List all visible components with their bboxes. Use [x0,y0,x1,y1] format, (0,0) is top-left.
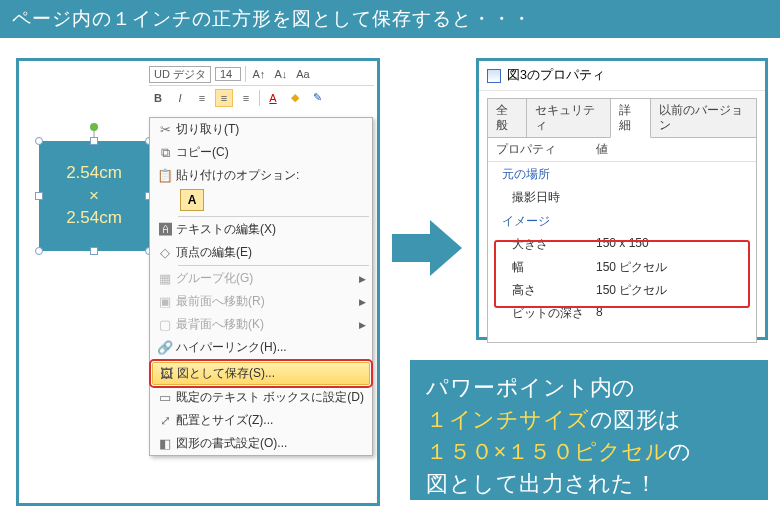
conclusion-box: パワーポイント内の １インチサイズの図形は １５０×１５０ピクセルの 図として出… [410,360,768,500]
menu-hyperlink-label: ハイパーリンク(H)... [176,339,287,356]
label-bitdepth: ビットの深さ [496,305,596,322]
value-height: 150 ピクセル [596,282,667,299]
menu-size-position-label: 配置とサイズ(Z)... [176,412,273,429]
square-dim-w: 2.54cm [66,163,122,182]
col-property: プロパティ [496,142,596,157]
tab-general[interactable]: 全般 [487,98,527,138]
mini-toolbar: UD デジタ 14 A↑ A↓ Aa B I ≡ ≡ ≡ A ◆ ✎ [149,63,374,109]
paste-option-keep-text[interactable]: A [180,189,204,211]
size-icon: ⤢ [154,413,176,429]
font-size-select[interactable]: 14 [215,67,241,81]
concl-line1: パワーポイント内の [426,375,636,400]
scissors-icon: ✂ [154,122,176,138]
edit-text-icon: 🅰 [154,222,176,238]
copy-icon: ⧉ [154,145,176,161]
tab-details[interactable]: 詳細 [610,98,650,138]
align-left-icon[interactable]: ≡ [193,89,211,107]
hyperlink-icon: 🔗 [154,340,176,356]
menu-bring-front-label: 最前面へ移動(R) [176,293,265,310]
value-width: 150 ピクセル [596,259,667,276]
bold-icon[interactable]: B [149,89,167,107]
group-icon: ▦ [154,271,176,287]
menu-paste-options-label: 📋 貼り付けのオプション: [150,164,372,187]
resize-handle[interactable] [35,192,43,200]
label-height: 高さ [496,282,596,299]
menu-hyperlink[interactable]: 🔗 ハイパーリンク(H)... [150,336,372,359]
group-origin: 元の場所 [488,162,756,186]
menu-size-position[interactable]: ⤢ 配置とサイズ(Z)... [150,409,372,432]
menu-group: ▦ グループ化(G) ▶ [150,267,372,290]
dialog-titlebar: 図3のプロパティ [479,61,765,91]
col-value: 値 [596,142,608,157]
outline-color-icon[interactable]: ✎ [308,89,326,107]
details-tab-body: プロパティ 値 元の場所 撮影日時 イメージ 大きさ 150 x 150 幅 1… [487,137,757,343]
font-color-icon[interactable]: A [264,89,282,107]
square-dim-h: 2.54cm [66,208,122,227]
dialog-title-text: 図3のプロパティ [507,67,605,84]
menu-edit-points-label: 頂点の編集(E) [176,244,252,261]
align-center-icon[interactable]: ≡ [215,89,233,107]
svg-marker-0 [392,220,462,276]
arrow-icon [392,220,462,276]
menu-edit-text[interactable]: 🅰 テキストの編集(X) [150,218,372,241]
one-inch-square[interactable]: 2.54cm × 2.54cm [39,141,149,251]
menu-group-label: グループ化(G) [176,270,253,287]
row-bitdepth: ビットの深さ 8 [488,302,756,325]
clipboard-icon: 📋 [154,168,176,184]
resize-handle[interactable] [35,137,43,145]
concl-line3b: の [668,439,692,464]
change-case-icon[interactable]: Aa [294,65,312,83]
menu-copy-label: コピー(C) [176,144,229,161]
menu-format-shape-label: 図形の書式設定(O)... [176,435,287,452]
align-right-icon[interactable]: ≡ [237,89,255,107]
font-name-select[interactable]: UD デジタ [149,66,211,83]
bring-front-icon: ▣ [154,294,176,310]
shrink-font-icon[interactable]: A↓ [272,65,290,83]
shape-selection[interactable]: 2.54cm × 2.54cm [39,141,149,251]
menu-send-back: ▢ 最背面へ移動(K) ▶ [150,313,372,336]
resize-handle[interactable] [35,247,43,255]
tab-previous-versions[interactable]: 以前のバージョン [650,98,757,138]
italic-icon[interactable]: I [171,89,189,107]
properties-dialog: 図3のプロパティ 全般 セキュリティ 詳細 以前のバージョン プロパティ 値 元… [476,58,768,340]
save-picture-icon: 🖼 [155,366,177,382]
resize-handle[interactable] [90,137,98,145]
grow-font-icon[interactable]: A↑ [250,65,268,83]
chevron-right-icon: ▶ [359,297,366,307]
menu-edit-points[interactable]: ◇ 頂点の編集(E) [150,241,372,264]
context-menu: ✂ 切り取り(T) ⧉ コピー(C) 📋 貼り付けのオプション: A 🅰 テキス… [149,117,373,456]
row-dimensions: 大きさ 150 x 150 [488,233,756,256]
page-title: ページ内の１インチの正方形を図として保存すると・・・ [0,0,780,38]
chevron-right-icon: ▶ [359,320,366,330]
menu-copy[interactable]: ⧉ コピー(C) [150,141,372,164]
menu-save-as-picture[interactable]: 🖼 図として保存(S)... [152,362,370,385]
paste-label: 貼り付けのオプション: [176,167,299,184]
fill-color-icon[interactable]: ◆ [286,89,304,107]
square-times: × [89,186,99,205]
concl-line2b: の図形は [590,407,682,432]
resize-handle[interactable] [90,247,98,255]
row-shot-date: 撮影日時 [488,186,756,209]
powerpoint-panel: UD デジタ 14 A↑ A↓ Aa B I ≡ ≡ ≡ A ◆ ✎ 2.54c… [16,58,380,506]
send-back-icon: ▢ [154,317,176,333]
label-width: 幅 [496,259,596,276]
group-image: イメージ [488,209,756,233]
menu-default-textbox-label: 既定のテキスト ボックスに設定(D) [176,389,364,406]
concl-pixels: １５０×１５０ピクセル [426,439,668,464]
menu-edit-text-label: テキストの編集(X) [176,221,276,238]
value-bitdepth: 8 [596,305,603,322]
menu-cut-label: 切り取り(T) [176,121,239,138]
tab-security[interactable]: セキュリティ [526,98,611,138]
menu-save-as-picture-label: 図として保存(S)... [177,365,275,382]
row-width: 幅 150 ピクセル [488,256,756,279]
menu-cut[interactable]: ✂ 切り取り(T) [150,118,372,141]
row-height: 高さ 150 ピクセル [488,279,756,302]
format-shape-icon: ◧ [154,436,176,452]
menu-default-textbox[interactable]: ▭ 既定のテキスト ボックスに設定(D) [150,386,372,409]
chevron-right-icon: ▶ [359,274,366,284]
menu-format-shape[interactable]: ◧ 図形の書式設定(O)... [150,432,372,455]
rotate-handle-icon[interactable] [90,123,98,131]
textbox-icon: ▭ [154,390,176,406]
menu-send-back-label: 最背面へ移動(K) [176,316,264,333]
concl-line4: 図として出力された！ [426,471,657,496]
